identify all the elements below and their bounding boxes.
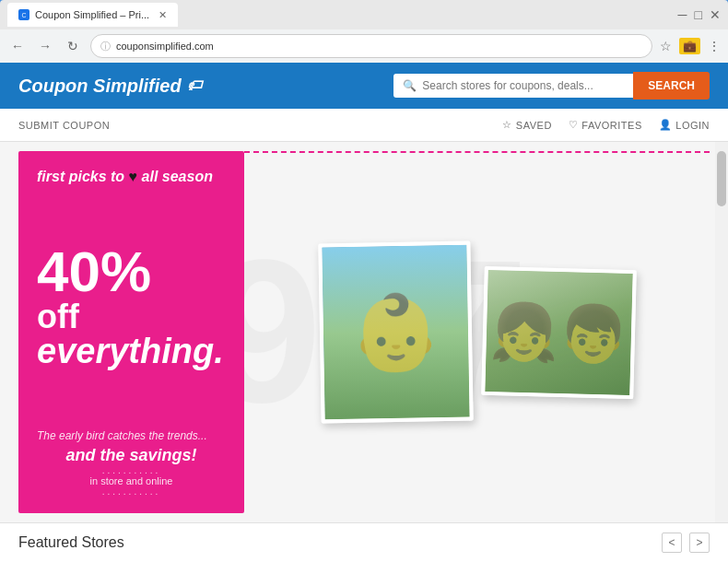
submit-coupon-link[interactable]: SUBMIT COUPON	[18, 120, 110, 131]
forward-button[interactable]: →	[35, 36, 55, 56]
hero-section: 977 first picks to ♥ all season	[0, 142, 728, 522]
heart-icon: ♡	[569, 119, 579, 131]
site-nav: SUBMIT COUPON ☆ SAVED ♡ FAVORITES 👤 LOGI…	[0, 109, 728, 142]
baby-photo-inner: 👶	[322, 245, 469, 420]
close-button[interactable]: ✕	[710, 7, 721, 22]
scrollbar[interactable]	[715, 142, 728, 522]
promo-heart-icon: ♥	[129, 169, 138, 184]
promo-dots-bottom: ...........	[37, 486, 226, 497]
maximize-button[interactable]: □	[695, 7, 702, 22]
promo-footer: The early bird catches the trends... and…	[37, 426, 226, 497]
promo-sub: The early bird catches the trends...	[37, 429, 226, 442]
kids-photo: 👧👦	[481, 265, 637, 398]
menu-icon[interactable]: ⋮	[708, 39, 721, 53]
featured-nav: < >	[662, 533, 710, 553]
browser-extras: ☆ 💼 ⋮	[660, 38, 721, 54]
kids-figure: 👧👦	[488, 298, 628, 367]
promo-dots-top: ...........	[37, 465, 226, 475]
featured-stores-section: Featured Stores < >	[0, 522, 728, 562]
browser-tab[interactable]: C Coupon Simplified – Pri... ✕	[7, 3, 178, 27]
promo-photos: 👶 NEW! baby sets 1-, 2- and 3-piece outf…	[244, 151, 710, 513]
browser-nav: ← → ↻ ⓘ couponsimplified.com ☆ 💼 ⋮	[0, 29, 728, 63]
scrollbar-thumb[interactable]	[717, 151, 726, 206]
nav-login[interactable]: 👤 LOGIN	[659, 119, 710, 131]
kids-photo-inner: 👧👦	[485, 269, 632, 394]
promo-savings: and the savings!	[37, 446, 226, 465]
search-icon: 🔍	[403, 79, 417, 92]
baby-figure: 👶	[348, 288, 442, 377]
search-area: 🔍 SEARCH	[393, 72, 710, 100]
search-wrapper: 🔍	[393, 74, 633, 98]
reload-button[interactable]: ↻	[63, 36, 83, 56]
site-header: Coupon Simplified 🏷 🔍 SEARCH	[0, 63, 728, 109]
address-bar[interactable]: ⓘ couponsimplified.com	[90, 34, 652, 58]
nav-saved[interactable]: ☆ SAVED	[502, 119, 551, 131]
baby-photo: 👶	[318, 241, 473, 424]
promo-store-online: in store and online	[37, 475, 226, 486]
wallet-icon[interactable]: 💼	[679, 38, 700, 54]
lock-icon: ⓘ	[100, 40, 111, 53]
site-logo: Coupon Simplified 🏷	[18, 76, 202, 97]
minimize-button[interactable]: ─	[678, 7, 687, 22]
website-content: Coupon Simplified 🏷 🔍 SEARCH SUBMIT COUP…	[0, 63, 728, 562]
tab-close-button[interactable]: ✕	[159, 9, 167, 21]
hero-content: first picks to ♥ all season 40% off ever…	[0, 142, 728, 522]
browser-frame: C Coupon Simplified – Pri... ✕ ─ □ ✕ ← →…	[0, 0, 728, 562]
promo-percent: 40%	[37, 243, 151, 300]
back-button[interactable]: ←	[7, 36, 28, 56]
promo-banner: first picks to ♥ all season 40% off ever…	[18, 151, 244, 513]
right-column: NEW! baby sets 1-, 2- and 3-piece outfit…	[483, 268, 635, 397]
nav-favorites[interactable]: ♡ FAVORITES	[569, 119, 642, 131]
user-icon: 👤	[659, 119, 673, 131]
promo-off: off	[37, 300, 226, 334]
tab-favicon: C	[18, 9, 29, 20]
promo-everything: everything.	[37, 334, 226, 369]
bookmark-icon[interactable]: ☆	[660, 39, 672, 53]
featured-stores-title: Featured Stores	[18, 534, 124, 551]
url-text: couponsimplified.com	[116, 41, 214, 52]
browser-titlebar: C Coupon Simplified – Pri... ✕ ─ □ ✕	[0, 0, 728, 29]
tab-title: Coupon Simplified – Pri...	[35, 9, 149, 20]
featured-prev-button[interactable]: <	[662, 533, 682, 553]
promo-headline: first picks to ♥ all season	[37, 168, 226, 187]
tab-bar: C Coupon Simplified – Pri... ✕	[7, 3, 667, 27]
logo-tag-icon: 🏷	[187, 77, 202, 94]
nav-right-items: ☆ SAVED ♡ FAVORITES 👤 LOGIN	[502, 119, 710, 131]
star-icon: ☆	[502, 119, 512, 131]
search-input[interactable]	[422, 79, 624, 92]
promo-discount: 40% off everything.	[37, 243, 226, 369]
logo-text: Coupon Simplified	[18, 76, 182, 97]
featured-next-button[interactable]: >	[689, 533, 710, 553]
search-button[interactable]: SEARCH	[633, 72, 710, 100]
